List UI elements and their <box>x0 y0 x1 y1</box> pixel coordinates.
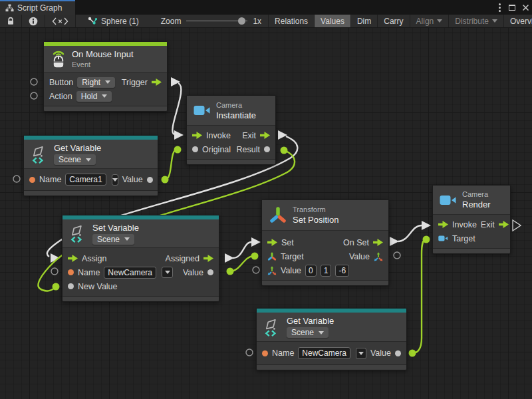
name-port[interactable] <box>68 269 74 275</box>
carry-button[interactable]: Carry <box>378 15 410 27</box>
original-port[interactable] <box>192 146 198 152</box>
variable-name-input[interactable]: Camera1 <box>65 174 106 186</box>
mouse-event-icon <box>51 50 66 68</box>
distribute-button[interactable]: Distribute <box>449 15 504 27</box>
node-set-variable[interactable]: Set Variable Scene Assign Assigned Name … <box>62 215 219 302</box>
trigger-port-label: Trigger <box>122 78 148 87</box>
node-subtitle: Event <box>72 61 134 68</box>
target-port-label: Target <box>281 252 304 261</box>
lock-button[interactable] <box>0 15 22 27</box>
variable-name-input[interactable]: NewCamera <box>104 267 156 279</box>
code-view-button[interactable] <box>45 15 76 27</box>
chevron-down-icon <box>437 19 442 23</box>
assigned-port-label: Assigned <box>166 254 200 263</box>
value-port[interactable] <box>207 269 213 275</box>
variable-name-input[interactable]: NewCamera <box>298 347 350 359</box>
result-port[interactable] <box>264 146 270 152</box>
vector-z-input[interactable]: -6 <box>335 265 349 277</box>
vector-x-input[interactable]: 0 <box>305 265 317 277</box>
tab-title: Script Graph <box>17 3 62 13</box>
flow-input-port[interactable] <box>192 132 202 139</box>
maximize-icon[interactable] <box>509 5 515 11</box>
variable-kind-dropdown[interactable]: Scene <box>287 327 329 338</box>
node-get-variable-camera1[interactable]: Get Variable Scene Name Camera1 Value <box>23 135 158 196</box>
flow-input-port[interactable] <box>68 255 78 262</box>
chevron-down-icon <box>319 331 324 334</box>
vector3-port-icon[interactable] <box>374 252 383 261</box>
node-title: Get Variable <box>54 143 101 153</box>
node-footer <box>187 159 275 164</box>
chevron-down-icon <box>105 80 110 84</box>
vector3-port-icon[interactable] <box>267 266 277 275</box>
graph-owner[interactable]: Sphere (1) <box>76 15 145 27</box>
variable-icon <box>31 145 49 164</box>
on-set-port-label: On Set <box>343 238 369 247</box>
node-title: Render <box>462 200 491 209</box>
value-input-label: Value <box>281 266 301 275</box>
variable-icon <box>263 318 281 336</box>
value-port[interactable] <box>147 177 153 183</box>
zoom-slider[interactable] <box>186 21 247 21</box>
variable-name-picker[interactable] <box>112 174 118 186</box>
dim-button[interactable]: Dim <box>351 15 378 27</box>
variable-kind-dropdown[interactable]: Scene <box>92 234 134 245</box>
variable-name-picker[interactable] <box>356 348 366 359</box>
variable-kind-dropdown[interactable]: Scene <box>54 154 96 165</box>
name-port-label: Name <box>272 348 294 358</box>
more-menu-icon[interactable] <box>497 2 502 13</box>
chevron-down-icon <box>492 19 497 23</box>
chevron-down-icon <box>102 94 107 98</box>
node-on-mouse-input[interactable]: On Mouse Input Event Button Right Trigge… <box>43 41 168 112</box>
transform-icon <box>269 206 287 225</box>
flow-output-port[interactable] <box>373 239 383 246</box>
node-title: Get Variable <box>287 316 334 326</box>
node-footer <box>257 364 406 370</box>
chevron-down-icon <box>86 158 91 162</box>
variable-name-picker[interactable] <box>162 267 173 278</box>
action-dropdown[interactable]: Hold <box>76 91 112 102</box>
align-button[interactable]: Align <box>410 15 450 27</box>
node-set-position[interactable]: Transform Set Position Set On Set Target… <box>261 200 389 286</box>
camera-port-icon[interactable] <box>438 235 448 242</box>
flow-input-port[interactable] <box>438 221 448 228</box>
chevron-down-icon <box>124 237 130 241</box>
name-port[interactable] <box>29 177 35 183</box>
assign-port-label: Assign <box>82 254 107 263</box>
node-footer <box>24 190 158 196</box>
relations-button[interactable]: Relations <box>268 15 315 27</box>
node-title: Set Position <box>293 215 338 225</box>
new-value-port[interactable] <box>68 283 74 289</box>
flow-output-port[interactable] <box>260 132 270 139</box>
node-camera-render[interactable]: Camera Render Invoke Exit Target <box>432 185 511 254</box>
zoom-label: Zoom <box>161 17 182 26</box>
value-port[interactable] <box>395 350 401 356</box>
node-type: Transform <box>293 205 338 213</box>
tab-script-graph[interactable]: Script Graph <box>0 0 75 15</box>
node-title: Set Variable <box>92 223 139 233</box>
node-camera-instantiate[interactable]: Camera Instantiate Invoke Exit Original … <box>186 95 276 165</box>
flow-input-port[interactable] <box>267 239 277 246</box>
info-button[interactable] <box>22 15 45 27</box>
button-dropdown[interactable]: Right <box>77 77 115 88</box>
overview-button[interactable]: Overview <box>504 15 532 27</box>
values-button[interactable]: Values <box>315 15 351 27</box>
button-port-label: Button <box>49 78 73 87</box>
node-footer <box>433 248 510 253</box>
zoom-slider-handle[interactable] <box>238 17 245 25</box>
graph-toolbar: Sphere (1) Zoom 1x Relations Values Dim … <box>0 15 532 28</box>
value-port-label: Value <box>122 175 143 184</box>
chevron-down-icon <box>112 178 118 182</box>
original-port-label: Original <box>202 145 231 154</box>
node-footer <box>262 280 388 285</box>
name-port[interactable] <box>262 350 268 356</box>
graph-owner-label: Sphere (1) <box>101 17 139 26</box>
new-value-port-label: New Value <box>78 282 118 291</box>
node-get-variable-newcamera[interactable]: Get Variable Scene Name NewCamera Value <box>256 308 407 370</box>
flow-output-port[interactable] <box>152 78 162 86</box>
vector-y-input[interactable]: 1 <box>321 265 332 277</box>
flow-output-port[interactable] <box>203 255 213 262</box>
flow-output-port[interactable] <box>499 221 509 228</box>
graph-tab-icon <box>5 4 14 12</box>
close-icon[interactable] <box>522 4 529 11</box>
transform-port-icon[interactable] <box>267 252 277 261</box>
